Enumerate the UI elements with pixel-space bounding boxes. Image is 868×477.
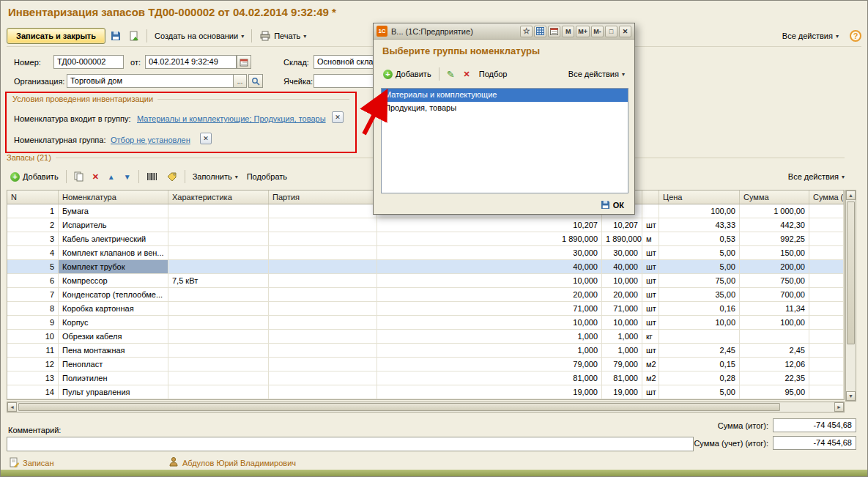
help-icon[interactable]: ? bbox=[850, 30, 861, 42]
table-cell[interactable] bbox=[740, 330, 809, 343]
table-cell[interactable]: кг bbox=[642, 330, 659, 343]
table-cell[interactable] bbox=[809, 232, 844, 245]
calc-m-minus-button[interactable]: М- bbox=[591, 26, 604, 37]
table-cell[interactable] bbox=[809, 385, 844, 399]
table-cell[interactable]: 150,00 bbox=[740, 246, 809, 259]
table-cell[interactable]: 81,000 bbox=[377, 371, 602, 385]
table-row[interactable]: 5Комплект трубок40,00040,000шт5,00200,00 bbox=[7, 260, 844, 274]
column-header[interactable] bbox=[642, 191, 659, 204]
horizontal-scroll-thumb[interactable] bbox=[18, 403, 780, 411]
table-cell[interactable]: 20,000 bbox=[602, 288, 642, 301]
table-cell[interactable]: 35,00 bbox=[659, 288, 740, 301]
table-cell[interactable]: шт bbox=[642, 344, 659, 357]
table-cell[interactable]: шт bbox=[642, 288, 659, 301]
move-down-button[interactable]: ▼ bbox=[120, 171, 135, 183]
horizontal-scrollbar[interactable]: ◄ ► bbox=[7, 402, 845, 413]
table-cell[interactable]: 10 bbox=[7, 330, 59, 343]
table-cell[interactable] bbox=[269, 371, 377, 385]
table-cell[interactable]: 10,000 bbox=[377, 316, 602, 329]
table-cell[interactable]: 7 bbox=[7, 288, 59, 301]
table-row[interactable]: 11Пена монтажная1,0001,000шт2,452,45 bbox=[7, 344, 844, 358]
table-cell[interactable] bbox=[168, 218, 269, 232]
table-cell[interactable]: Бумага bbox=[59, 204, 168, 218]
vertical-scrollbar[interactable]: ▲ ▼ bbox=[845, 190, 856, 402]
table-cell[interactable]: 12,06 bbox=[740, 358, 809, 371]
table-cell[interactable]: 11,34 bbox=[740, 302, 809, 315]
table-cell[interactable]: 5,00 bbox=[659, 246, 740, 259]
table-row[interactable]: 3Кабель электрический1 890,0001 890,000м… bbox=[7, 232, 844, 246]
table-cell[interactable] bbox=[168, 385, 269, 399]
table-cell[interactable]: 43,33 bbox=[659, 218, 740, 232]
group-list-item[interactable]: Продукция, товары bbox=[382, 102, 628, 115]
table-cell[interactable] bbox=[269, 330, 377, 343]
table-cell[interactable]: 2 bbox=[7, 218, 59, 232]
table-cell[interactable]: 1,000 bbox=[602, 344, 642, 357]
table-cell[interactable]: Пульт управления bbox=[59, 385, 168, 399]
table-cell[interactable] bbox=[168, 358, 269, 371]
create-based-button[interactable]: Создать на основании ▾ bbox=[151, 29, 248, 42]
table-cell[interactable] bbox=[809, 274, 844, 287]
table-cell[interactable] bbox=[269, 344, 377, 357]
table-cell[interactable]: 2,45 bbox=[659, 344, 740, 357]
favorites-button[interactable]: ☆ bbox=[520, 26, 533, 37]
table-cell[interactable]: 0,15 bbox=[659, 358, 740, 371]
column-header[interactable]: Сумма (у bbox=[809, 191, 844, 204]
table-cell[interactable] bbox=[269, 385, 377, 399]
table-row[interactable]: 2Испаритель10,20710,207шт43,33442,30 bbox=[7, 218, 844, 232]
delete-row-button[interactable]: ✕ bbox=[89, 170, 103, 184]
table-cell[interactable] bbox=[168, 344, 269, 357]
grid-button[interactable] bbox=[534, 26, 546, 37]
table-cell[interactable] bbox=[168, 260, 269, 273]
table-cell[interactable]: Пенопласт bbox=[59, 358, 168, 371]
table-row[interactable]: 6Компрессор7,5 кВт10,00010,000шт75,00750… bbox=[7, 274, 844, 288]
dialog-edit-button[interactable]: ✎ bbox=[443, 67, 459, 82]
calendar-button[interactable] bbox=[237, 55, 251, 69]
table-cell[interactable]: 100,00 bbox=[740, 316, 809, 329]
table-cell[interactable]: 8 bbox=[7, 302, 59, 315]
table-cell[interactable] bbox=[168, 288, 269, 301]
number-field[interactable]: ТД00-000002 bbox=[53, 55, 124, 69]
table-cell[interactable]: м2 bbox=[642, 371, 659, 385]
calc-m-plus-button[interactable]: М+ bbox=[576, 26, 590, 37]
window-restore-button[interactable]: □ bbox=[605, 26, 617, 37]
window-close-button[interactable]: ✕ bbox=[619, 26, 631, 37]
table-cell[interactable]: шт bbox=[642, 316, 659, 329]
table-cell[interactable] bbox=[809, 316, 844, 329]
table-cell[interactable]: 3 bbox=[7, 232, 59, 245]
save-button[interactable] bbox=[107, 29, 125, 43]
table-cell[interactable]: 750,00 bbox=[740, 274, 809, 287]
table-cell[interactable]: Испаритель bbox=[59, 218, 168, 232]
table-cell[interactable] bbox=[809, 330, 844, 343]
organization-field[interactable]: Торговый дом bbox=[67, 74, 234, 88]
table-cell[interactable] bbox=[809, 246, 844, 259]
dialog-pick-button[interactable]: Подбор bbox=[475, 67, 511, 81]
table-cell[interactable] bbox=[809, 288, 844, 301]
table-cell[interactable]: 10,00 bbox=[659, 316, 740, 329]
table-cell[interactable]: 2,45 bbox=[740, 344, 809, 357]
table-cell[interactable]: 19,000 bbox=[602, 385, 642, 399]
table-cell[interactable]: 1,000 bbox=[602, 330, 642, 343]
table-row[interactable]: 10Обрезки кабеля1,0001,000кг bbox=[7, 330, 844, 344]
column-header[interactable]: N bbox=[7, 191, 59, 204]
table-cell[interactable]: 7,5 кВт bbox=[168, 274, 269, 287]
table-cell[interactable]: 1 bbox=[7, 204, 59, 218]
table-cell[interactable] bbox=[269, 246, 377, 259]
table-cell[interactable] bbox=[269, 204, 377, 218]
clear-nomgroup-button[interactable]: ✕ bbox=[200, 133, 212, 144]
table-cell[interactable]: 40,000 bbox=[602, 260, 642, 273]
table-cell[interactable] bbox=[168, 302, 269, 315]
table-row[interactable]: 13Полиэтилен81,00081,000м20,2822,35 bbox=[7, 371, 844, 385]
table-cell[interactable]: 0,16 bbox=[659, 302, 740, 315]
column-header[interactable]: Цена bbox=[659, 191, 740, 204]
table-cell[interactable]: 19,000 bbox=[377, 385, 602, 399]
table-cell[interactable]: 12 bbox=[7, 358, 59, 371]
table-cell[interactable]: 4 bbox=[7, 246, 59, 259]
group-list-item[interactable]: Материалы и комплектующие bbox=[382, 89, 628, 102]
scroll-down-button[interactable]: ▼ bbox=[846, 391, 856, 401]
column-header[interactable]: Характеристика bbox=[168, 191, 269, 204]
table-cell[interactable] bbox=[168, 371, 269, 385]
table-cell[interactable] bbox=[269, 218, 377, 232]
move-up-button[interactable]: ▲ bbox=[104, 171, 119, 183]
table-cell[interactable] bbox=[168, 330, 269, 343]
table-cell[interactable] bbox=[168, 316, 269, 329]
